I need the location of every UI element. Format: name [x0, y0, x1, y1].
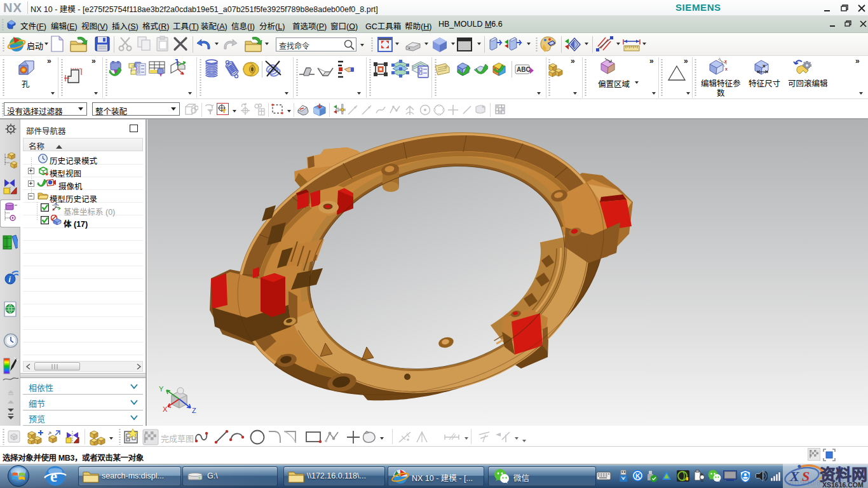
svg-text:Y: Y — [159, 385, 164, 393]
svg-text:S: S — [802, 468, 810, 484]
svg-text:x: x — [724, 59, 727, 64]
svg-text:K: K — [635, 472, 641, 480]
svg-text:XS1616.COM: XS1616.COM — [822, 481, 864, 488]
svg-text:Z: Z — [192, 407, 196, 414]
svg-text:ABC: ABC — [517, 66, 531, 73]
svg-text:x: x — [725, 67, 728, 71]
svg-text:X: X — [163, 405, 168, 413]
svg-text:x: x — [763, 63, 766, 69]
svg-text:e: e — [50, 468, 57, 485]
svg-text:X: X — [789, 468, 800, 484]
